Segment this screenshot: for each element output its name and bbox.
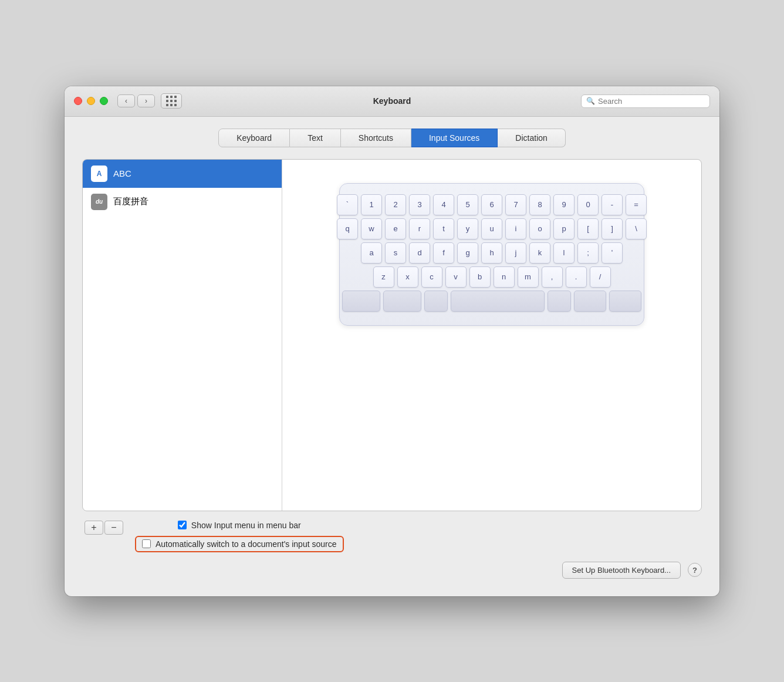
kb-row-1: ` 1 2 3 4 5 6 7 8 9 0 - =: [352, 194, 632, 215]
auto-switch-checkbox[interactable]: [142, 539, 151, 548]
show-input-menu-row: Show Input menu in menu bar: [178, 521, 301, 530]
bottom-controls: + − Show Input menu in menu bar Automati…: [82, 521, 702, 552]
close-button[interactable]: [74, 97, 82, 105]
add-remove-buttons: + −: [85, 521, 123, 535]
key-p[interactable]: p: [553, 218, 575, 239]
source-item-abc[interactable]: A ABC: [83, 160, 282, 188]
key-mod6[interactable]: [609, 291, 641, 312]
key-rbracket[interactable]: ]: [601, 218, 623, 239]
source-label-abc: ABC: [113, 168, 131, 178]
key-x[interactable]: x: [397, 266, 418, 288]
key-backtick[interactable]: `: [337, 194, 358, 215]
key-mod5[interactable]: [574, 291, 606, 312]
source-list: A ABC du 百度拼音: [83, 160, 282, 511]
kb-row-3: a s d f g h j k l ; ': [352, 242, 632, 264]
key-mod4[interactable]: [548, 291, 571, 312]
key-period[interactable]: .: [566, 266, 587, 288]
search-box[interactable]: 🔍: [581, 94, 710, 108]
key-semicolon[interactable]: ;: [577, 242, 599, 264]
tab-keyboard[interactable]: Keyboard: [218, 129, 290, 147]
back-button[interactable]: ‹: [117, 94, 135, 107]
key-r[interactable]: r: [409, 218, 430, 239]
key-mod3[interactable]: [424, 291, 448, 312]
key-minus[interactable]: -: [601, 194, 623, 215]
main-panel: A ABC du 百度拼音 ` 1 2 3 4: [82, 159, 702, 511]
key-mod2[interactable]: [383, 291, 421, 312]
auto-switch-row: Automatically switch to a document's inp…: [135, 536, 344, 552]
right-panel: ` 1 2 3 4 5 6 7 8 9 0 - =: [282, 160, 701, 511]
key-d[interactable]: d: [409, 242, 430, 264]
key-apostrophe[interactable]: ': [601, 242, 623, 264]
key-k[interactable]: k: [529, 242, 550, 264]
key-6[interactable]: 6: [481, 194, 502, 215]
key-b[interactable]: b: [469, 266, 491, 288]
source-item-baidu[interactable]: du 百度拼音: [83, 188, 282, 216]
key-a[interactable]: a: [361, 242, 382, 264]
key-u[interactable]: u: [481, 218, 502, 239]
kb-row-2: q w e r t y u i o p [ ] \: [352, 218, 632, 239]
add-source-button[interactable]: +: [85, 521, 103, 535]
help-button[interactable]: ?: [688, 563, 702, 577]
tab-shortcuts[interactable]: Shortcuts: [341, 129, 411, 147]
key-slash[interactable]: /: [590, 266, 611, 288]
key-3[interactable]: 3: [409, 194, 430, 215]
key-lbracket[interactable]: [: [577, 218, 599, 239]
auto-switch-label: Automatically switch to a document's inp…: [156, 539, 337, 549]
key-c[interactable]: c: [421, 266, 442, 288]
key-j[interactable]: j: [505, 242, 526, 264]
search-input[interactable]: [598, 97, 705, 106]
window-title: Keyboard: [373, 96, 411, 106]
key-mod1[interactable]: [342, 291, 380, 312]
key-s[interactable]: s: [385, 242, 406, 264]
tab-dictation[interactable]: Dictation: [498, 129, 565, 147]
key-7[interactable]: 7: [505, 194, 526, 215]
key-t[interactable]: t: [433, 218, 454, 239]
key-8[interactable]: 8: [529, 194, 550, 215]
key-f[interactable]: f: [433, 242, 454, 264]
key-4[interactable]: 4: [433, 194, 454, 215]
key-g[interactable]: g: [457, 242, 478, 264]
key-y[interactable]: y: [457, 218, 478, 239]
tab-input-sources[interactable]: Input Sources: [411, 129, 498, 147]
kb-row-4: z x c v b n m , . /: [352, 266, 632, 288]
key-n[interactable]: n: [494, 266, 515, 288]
key-l[interactable]: l: [553, 242, 575, 264]
keyboard-window: ‹ › Keyboard 🔍 Keyboard Text Shortcuts I…: [65, 86, 719, 596]
remove-source-button[interactable]: −: [104, 521, 123, 535]
key-5[interactable]: 5: [457, 194, 478, 215]
du-icon: du: [91, 194, 107, 210]
maximize-button[interactable]: [100, 97, 108, 105]
content-area: Keyboard Text Shortcuts Input Sources Di…: [65, 117, 719, 596]
key-comma[interactable]: ,: [542, 266, 563, 288]
forward-button[interactable]: ›: [137, 94, 155, 107]
key-space[interactable]: [451, 291, 545, 312]
key-backslash[interactable]: \: [626, 218, 647, 239]
show-input-menu-label: Show Input menu in menu bar: [191, 521, 301, 530]
key-q[interactable]: q: [337, 218, 358, 239]
key-o[interactable]: o: [529, 218, 550, 239]
key-z[interactable]: z: [373, 266, 394, 288]
key-9[interactable]: 9: [553, 194, 575, 215]
key-1[interactable]: 1: [361, 194, 382, 215]
key-0[interactable]: 0: [577, 194, 599, 215]
checkboxes-area: Show Input menu in menu bar Automaticall…: [135, 521, 344, 552]
key-i[interactable]: i: [505, 218, 526, 239]
tab-text[interactable]: Text: [290, 129, 341, 147]
key-equals[interactable]: =: [626, 194, 647, 215]
search-icon: 🔍: [586, 97, 595, 105]
key-w[interactable]: w: [361, 218, 382, 239]
titlebar: ‹ › Keyboard 🔍: [65, 86, 719, 117]
nav-buttons: ‹ ›: [117, 94, 155, 107]
footer: Set Up Bluetooth Keyboard... ?: [82, 562, 702, 579]
key-e[interactable]: e: [385, 218, 406, 239]
key-v[interactable]: v: [445, 266, 467, 288]
key-2[interactable]: 2: [385, 194, 406, 215]
minimize-button[interactable]: [87, 97, 95, 105]
abc-icon: A: [91, 166, 107, 182]
key-m[interactable]: m: [518, 266, 539, 288]
tab-bar: Keyboard Text Shortcuts Input Sources Di…: [82, 129, 702, 147]
key-h[interactable]: h: [481, 242, 502, 264]
show-input-menu-checkbox[interactable]: [178, 521, 187, 529]
app-grid-button[interactable]: [161, 93, 182, 109]
bluetooth-keyboard-button[interactable]: Set Up Bluetooth Keyboard...: [562, 562, 681, 579]
